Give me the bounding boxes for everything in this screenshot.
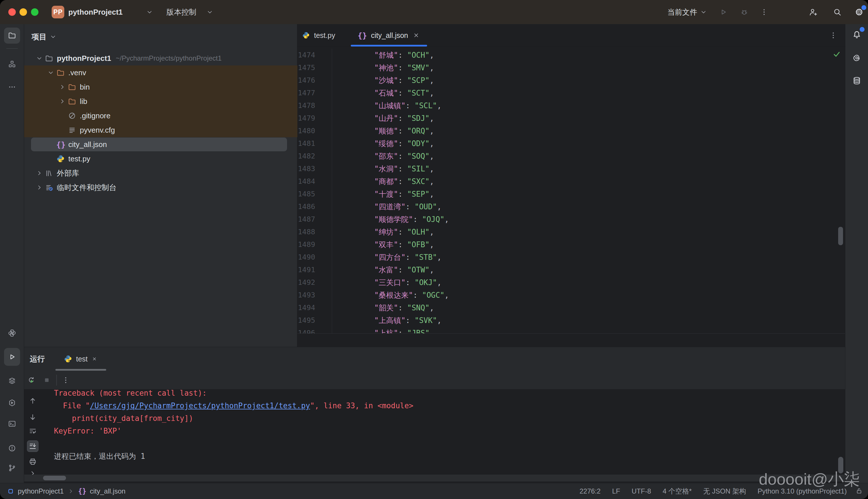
project-folder-icon[interactable] <box>8 31 16 40</box>
status-widget[interactable]: 4 个空格* <box>662 487 692 496</box>
status-breadcrumb[interactable]: pythonProject1 {} city_all.json <box>7 483 125 499</box>
run-console[interactable]: Traceback (most recent call last): File … <box>24 390 845 483</box>
chevron-right-icon[interactable] <box>57 98 68 105</box>
add-user-icon[interactable] <box>808 7 818 17</box>
toolbar-divider <box>56 375 57 386</box>
arrow-down-icon[interactable] <box>28 413 37 422</box>
run-tab-test[interactable]: test <box>60 347 102 371</box>
chevron-right-icon[interactable] <box>34 184 45 191</box>
status-widget[interactable]: 无 JSON 架构 <box>703 487 746 496</box>
chevron-right-icon[interactable] <box>57 83 68 91</box>
python-packages-icon[interactable] <box>8 399 16 407</box>
services-icon[interactable] <box>8 376 16 385</box>
stop-icon[interactable] <box>42 376 51 385</box>
close-icon[interactable] <box>91 356 98 362</box>
tree-item-label: .venv <box>68 68 86 77</box>
python-file-icon <box>56 155 68 163</box>
folder-icon <box>45 54 57 63</box>
line-number: 1487 <box>297 213 315 226</box>
console-line: 进程已结束，退出代码为 1 <box>54 450 413 463</box>
run-button[interactable] <box>719 8 728 16</box>
status-widget[interactable]: LF <box>612 487 620 495</box>
right-tool-window-bar <box>845 24 868 483</box>
project-panel-title: 项目 <box>32 32 47 42</box>
window-zoom-button[interactable] <box>31 8 38 16</box>
search-icon[interactable] <box>832 7 842 17</box>
project-widget[interactable]: pythonProject1 <box>68 0 123 24</box>
tree-item-pyvenv.cfg[interactable]: pyvenv.cfg <box>24 123 297 137</box>
soft-wrap-icon[interactable] <box>28 427 37 435</box>
tree-item-label: .gitignore <box>80 111 111 120</box>
tree-item-label: 外部库 <box>57 168 79 178</box>
code-viewport[interactable]: 1474147514761477147814791480148114821483… <box>297 47 845 333</box>
editor-area: test.py {} city_all.json 147414751476147… <box>297 24 845 347</box>
code-line: "石城": "SCT", <box>356 87 449 99</box>
folder-excluded-icon <box>68 83 80 91</box>
tab-city-all-json[interactable]: {} city_all.json <box>351 24 427 47</box>
config-file-icon <box>68 126 80 134</box>
debug-button[interactable] <box>740 8 748 16</box>
tree-item-bin[interactable]: bin <box>24 80 297 94</box>
version-control-branch-icon[interactable] <box>8 464 16 472</box>
tab-label: city_all.json <box>371 31 408 40</box>
python-console-icon[interactable] <box>8 329 16 337</box>
python-file-icon <box>64 355 72 363</box>
json-file-icon: {} <box>78 487 86 495</box>
scroll-to-end-icon[interactable] <box>28 442 37 450</box>
run-tool-icon[interactable] <box>8 353 16 361</box>
print-icon[interactable] <box>28 458 37 466</box>
terminal-icon[interactable] <box>8 419 16 428</box>
more-actions-button[interactable] <box>760 8 768 16</box>
status-widget[interactable]: 2276:2 <box>580 487 600 495</box>
tree-item-外部库[interactable]: 外部库 <box>24 166 297 180</box>
code-line: "水洞": "SIL", <box>356 162 449 175</box>
console-hscrollbar-thumb[interactable] <box>43 476 66 480</box>
editor-scrollbar-thumb[interactable] <box>838 227 843 245</box>
vcs-widget[interactable]: 版本控制 <box>166 0 196 24</box>
arrow-up-icon[interactable] <box>28 397 37 405</box>
structure-icon[interactable] <box>8 60 16 68</box>
line-number: 1481 <box>297 137 315 150</box>
project-panel-header[interactable]: 项目 <box>32 29 57 44</box>
tree-item-临时文件和控制台[interactable]: 临时文件和控制台 <box>24 180 297 195</box>
breadcrumb-file[interactable]: city_all.json <box>90 487 125 495</box>
tab-options-icon[interactable] <box>829 31 838 40</box>
inspection-check-icon[interactable] <box>832 50 841 59</box>
tree-item-label: city_all.json <box>68 140 107 149</box>
more-tool-windows-icon[interactable] <box>8 83 16 91</box>
chevron-down-icon <box>146 8 153 16</box>
run-config-widget[interactable]: 当前文件 <box>667 0 697 24</box>
run-panel-title[interactable]: 运行 <box>30 347 45 371</box>
tree-item-.gitignore[interactable]: .gitignore <box>24 109 297 123</box>
chevron-down-icon[interactable] <box>45 69 56 76</box>
more-options-icon[interactable] <box>61 376 70 385</box>
chevron-right-icon[interactable] <box>34 169 45 177</box>
run-tab-label: test <box>76 355 88 363</box>
line-number-gutter: 1474147514761477147814791480148114821483… <box>297 49 315 333</box>
traceback-file-link[interactable]: /Users/gjq/PycharmProjects/pythonProject… <box>90 401 310 410</box>
tab-test-py[interactable]: test.py <box>302 24 335 47</box>
status-widget[interactable]: UTF-8 <box>632 487 651 495</box>
tree-item-.venv[interactable]: .venv <box>24 65 297 80</box>
code-line: "韶关": "SNQ", <box>356 302 449 314</box>
window-minimize-button[interactable] <box>20 8 27 16</box>
tree-item-test.py[interactable]: test.py <box>24 151 297 166</box>
notifications-bell-icon[interactable] <box>852 30 862 40</box>
rerun-icon[interactable] <box>27 376 36 385</box>
tree-item-lib[interactable]: lib <box>24 94 297 109</box>
window-close-button[interactable] <box>8 8 16 16</box>
tree-item-city_all.json[interactable]: {}city_all.json <box>24 137 297 151</box>
console-hscrollbar-track[interactable] <box>24 475 845 482</box>
code-line: "沙城": "SCP", <box>356 74 449 87</box>
line-number: 1477 <box>297 87 315 99</box>
breadcrumb-project[interactable]: pythonProject1 <box>18 487 64 495</box>
database-icon[interactable] <box>852 76 862 86</box>
ai-assistant-icon[interactable] <box>852 53 862 63</box>
code-content: "舒城": "OCH", "神池": "SMV", "沙城": "SCP", "… <box>332 49 449 333</box>
problems-icon[interactable] <box>8 444 16 452</box>
tree-item-pythonProject1[interactable]: pythonProject1~/PycharmProjects/pythonPr… <box>24 51 297 65</box>
close-icon[interactable] <box>412 31 420 39</box>
chevron-down-icon[interactable] <box>34 54 45 62</box>
line-number: 1475 <box>297 61 315 74</box>
line-number: 1490 <box>297 251 315 264</box>
